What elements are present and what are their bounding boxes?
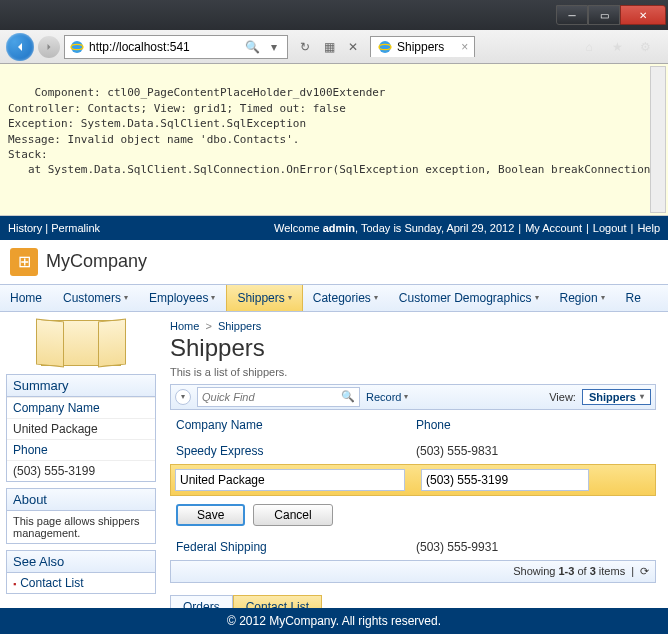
chevron-down-icon: ▾ — [211, 293, 215, 302]
window-close-button[interactable]: ✕ — [620, 5, 666, 25]
cell-phone: (503) 555-9831 — [416, 444, 650, 458]
favorites-icon[interactable]: ★ — [608, 38, 626, 56]
cell-phone: (503) 555-9931 — [416, 540, 650, 554]
tab-contact-list[interactable]: Contact List — [233, 595, 322, 608]
grid-pager: Showing 1-3 of 3 items | ⟳ — [170, 560, 656, 583]
nav-employees[interactable]: Employees▾ — [139, 285, 226, 311]
window-minimize-button[interactable]: ─ — [556, 5, 588, 25]
page-subtitle: This is a list of shippers. — [170, 366, 656, 378]
error-panel: Component: ctl00_PageContentPlaceHolder_… — [0, 64, 668, 216]
breadcrumb-home[interactable]: Home — [170, 320, 199, 332]
history-link[interactable]: History — [8, 222, 42, 234]
about-header: About — [7, 489, 155, 511]
nav-customers[interactable]: Customers▾ — [53, 285, 139, 311]
window-titlebar: ─ ▭ ✕ — [0, 0, 668, 30]
view-selector[interactable]: Shippers▾ — [582, 389, 651, 405]
grid-toolbar: ▾ 🔍 Record▾ View: Shippers▾ — [170, 384, 656, 410]
save-button[interactable]: Save — [176, 504, 245, 526]
stop-icon[interactable]: ✕ — [344, 38, 362, 56]
edit-buttons: Save Cancel — [170, 496, 656, 534]
main-content: Home > Shippers Shippers This is a list … — [156, 312, 668, 608]
home-icon[interactable]: ⌂ — [580, 38, 598, 56]
ie-icon — [69, 39, 85, 55]
chevron-down-icon: ▾ — [601, 293, 605, 302]
view-label: View: — [549, 391, 576, 403]
summary-header: Summary — [7, 375, 155, 397]
tab-title: Shippers — [397, 40, 444, 54]
quick-find-input[interactable] — [202, 391, 341, 403]
tab-orders[interactable]: Orders — [170, 595, 233, 608]
about-text: This page allows shippers management. — [7, 511, 155, 543]
search-icon[interactable]: 🔍 — [341, 390, 355, 403]
app-topbar: History | Permalink Welcome admin, Today… — [0, 216, 668, 240]
refresh-icon[interactable]: ⟳ — [640, 565, 649, 578]
address-bar[interactable]: 🔍 ▾ — [64, 35, 288, 59]
sub-tabs: Orders Contact List — [170, 595, 656, 608]
seealso-contact-list[interactable]: Contact List — [7, 573, 155, 593]
table-row[interactable]: Federal Shipping (503) 555-9931 — [170, 534, 656, 560]
browser-navbar: 🔍 ▾ ↻ ▦ ✕ Shippers × ⌂ ★ ⚙ — [0, 30, 668, 64]
logout-link[interactable]: Logout — [593, 222, 627, 234]
about-panel: About This page allows shippers manageme… — [6, 488, 156, 544]
seealso-header: See Also — [7, 551, 155, 573]
window-maximize-button[interactable]: ▭ — [588, 5, 620, 25]
page-footer: © 2012 MyCompany. All rights reserved. — [0, 608, 668, 634]
column-company-name[interactable]: Company Name — [176, 418, 416, 432]
chevron-down-icon: ▾ — [288, 293, 292, 302]
error-text: Component: ctl00_PageContentPlaceHolder_… — [8, 86, 657, 176]
refresh-icon[interactable]: ↻ — [296, 38, 314, 56]
toolbar-dropdown-icon[interactable]: ▾ — [175, 389, 191, 405]
quick-find[interactable]: 🔍 — [197, 387, 360, 407]
compat-icon[interactable]: ▦ — [320, 38, 338, 56]
nav-categories[interactable]: Categories▾ — [303, 285, 389, 311]
summary-company-label: Company Name — [7, 397, 155, 418]
grid-header: Company Name Phone — [170, 410, 656, 438]
dropdown-icon[interactable]: ▾ — [265, 38, 283, 56]
settings-icon[interactable]: ⚙ — [636, 38, 654, 56]
table-row[interactable]: Speedy Express (503) 555-9831 — [170, 438, 656, 464]
record-menu[interactable]: Record▾ — [366, 391, 408, 403]
sidebar-image — [41, 320, 121, 366]
column-phone[interactable]: Phone — [416, 418, 650, 432]
edit-phone-input[interactable] — [421, 469, 589, 491]
brand-icon: ⊞ — [10, 248, 38, 276]
nav-shippers[interactable]: Shippers▾ — [226, 285, 302, 311]
myaccount-link[interactable]: My Account — [525, 222, 582, 234]
cancel-button[interactable]: Cancel — [253, 504, 332, 526]
breadcrumb: Home > Shippers — [170, 320, 656, 332]
nav-overflow[interactable]: Re — [616, 285, 652, 311]
table-row-editing — [170, 464, 656, 496]
pager-text: Showing 1-3 of 3 items — [513, 565, 625, 577]
cell-company[interactable]: Federal Shipping — [176, 540, 416, 554]
help-link[interactable]: Help — [637, 222, 660, 234]
seealso-panel: See Also Contact List — [6, 550, 156, 594]
error-scrollbar[interactable] — [650, 66, 666, 213]
welcome-text: Welcome admin, Today is Sunday, April 29… — [274, 222, 514, 234]
svg-point-2 — [379, 41, 391, 53]
svg-point-0 — [71, 41, 83, 53]
page-title: Shippers — [170, 334, 656, 362]
browser-tab[interactable]: Shippers × — [370, 36, 475, 57]
breadcrumb-current: Shippers — [218, 320, 261, 332]
summary-panel: Summary Company Name United Package Phon… — [6, 374, 156, 482]
chevron-down-icon: ▾ — [535, 293, 539, 302]
url-input[interactable] — [89, 40, 239, 54]
brand-name: MyCompany — [46, 251, 147, 272]
main-nav: Home Customers▾ Employees▾ Shippers▾ Cat… — [0, 284, 668, 312]
nav-region[interactable]: Region▾ — [550, 285, 616, 311]
sidebar: Summary Company Name United Package Phon… — [0, 312, 156, 608]
chevron-down-icon: ▾ — [374, 293, 378, 302]
nav-customer-demographics[interactable]: Customer Demographics▾ — [389, 285, 550, 311]
brand-bar: ⊞ MyCompany — [0, 240, 668, 284]
summary-company-value: United Package — [7, 418, 155, 439]
cell-company[interactable]: Speedy Express — [176, 444, 416, 458]
nav-home[interactable]: Home — [0, 285, 53, 311]
edit-company-input[interactable] — [175, 469, 405, 491]
search-icon[interactable]: 🔍 — [243, 38, 261, 56]
nav-back-button[interactable] — [6, 33, 34, 61]
permalink-link[interactable]: Permalink — [51, 222, 100, 234]
tab-close-icon[interactable]: × — [461, 40, 468, 54]
nav-forward-button[interactable] — [38, 36, 60, 58]
summary-phone-value: (503) 555-3199 — [7, 460, 155, 481]
chevron-down-icon: ▾ — [124, 293, 128, 302]
